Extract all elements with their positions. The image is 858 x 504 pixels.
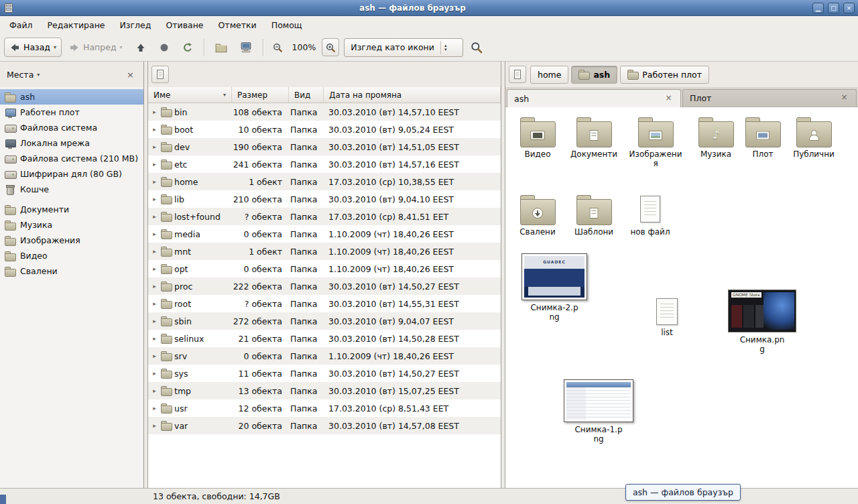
minimize-button[interactable]: ▁ xyxy=(812,3,824,13)
icon-view-item[interactable]: Снимка-1.png xyxy=(562,379,635,444)
view-mode-combobox[interactable]: Изглед като икони ▴ ▾ xyxy=(344,38,463,57)
table-row[interactable]: ▸ srv 0 обекта Папка 1.10.2009 (чт) 18,4… xyxy=(148,347,501,365)
tab-close-icon[interactable]: × xyxy=(839,93,849,103)
icon-view-canvas[interactable]: Видео Документи Изображения Музика Плот xyxy=(505,107,858,488)
icon-view-item[interactable]: GUADEC Снимка-2.png xyxy=(517,253,591,322)
icon-view-item[interactable]: GNOME Store Снимка.png xyxy=(725,290,799,355)
search-button[interactable] xyxy=(465,38,488,57)
sidebar-item[interactable]: Локална мрежа xyxy=(0,135,143,151)
tab[interactable]: Плот × xyxy=(682,89,857,107)
icon-view-item[interactable]: нов файл xyxy=(622,194,678,237)
expander-icon[interactable]: ▸ xyxy=(151,405,158,412)
expander-icon[interactable]: ▸ xyxy=(151,318,158,324)
reload-button[interactable] xyxy=(177,38,198,57)
table-row[interactable]: ▸ media 0 обекта Папка 1.10.2009 (чт) 18… xyxy=(148,225,501,243)
expander-icon[interactable]: ▸ xyxy=(151,370,158,377)
icon-view-item[interactable]: Шаблони xyxy=(566,194,622,237)
location-icon-button[interactable] xyxy=(509,66,526,83)
table-row[interactable]: ▸ lib 210 обекта Папка 30.03.2010 (вт) 9… xyxy=(148,190,501,208)
menu-item[interactable]: Отметки xyxy=(212,17,263,33)
icon-view-item[interactable]: Документи xyxy=(566,117,622,159)
tab[interactable]: ash × xyxy=(507,89,681,107)
sidebar-header[interactable]: Места ▾ × xyxy=(0,62,143,87)
expander-icon[interactable]: ▸ xyxy=(151,335,158,342)
path-button[interactable]: Работен плот xyxy=(620,66,709,84)
location-icon-button[interactable] xyxy=(151,66,169,83)
table-row[interactable]: ▸ mnt 1 обект Папка 1.10.2009 (чт) 18,40… xyxy=(148,243,501,260)
zoom-out-button[interactable] xyxy=(269,38,286,56)
expander-icon[interactable]: ▸ xyxy=(151,143,158,150)
home-folder-button[interactable] xyxy=(210,38,233,57)
column-header-date[interactable]: Дата на промяна xyxy=(324,87,501,103)
sidebar-item[interactable]: Кошче xyxy=(0,182,143,197)
path-button[interactable]: ash xyxy=(571,66,617,84)
back-dropdown-icon[interactable]: ▾ xyxy=(54,45,56,50)
expander-icon[interactable]: ▸ xyxy=(151,161,158,168)
taskbar-window-button[interactable]: ash — файлов браузър xyxy=(625,484,741,501)
column-header-size[interactable]: Размер xyxy=(232,87,289,103)
stop-button[interactable] xyxy=(154,38,175,57)
sidebar-item[interactable]: Шифриран дял (80 GB) xyxy=(0,166,143,182)
combobox-arrows-icon[interactable]: ▴ ▾ xyxy=(440,41,449,54)
table-row[interactable]: ▸ sbin 272 обекта Папка 30.03.2010 (вт) … xyxy=(148,312,501,330)
icon-view-item[interactable]: Плот xyxy=(735,117,791,159)
table-row[interactable]: ▸ var 20 обекта Папка 30.03.2010 (вт) 14… xyxy=(148,417,501,434)
computer-button[interactable] xyxy=(235,38,257,57)
icon-view-item[interactable]: Свалени xyxy=(509,194,566,237)
table-row[interactable]: ▸ etc 241 обекта Папка 30.03.2010 (вт) 1… xyxy=(148,155,501,173)
menu-item[interactable]: Отиване xyxy=(159,17,210,33)
expander-icon[interactable]: ▸ xyxy=(151,387,158,394)
expander-icon[interactable]: ▸ xyxy=(151,109,158,115)
close-button[interactable]: × xyxy=(843,3,855,13)
sidebar-item[interactable]: Файлова система xyxy=(0,120,143,135)
expander-icon[interactable]: ▸ xyxy=(151,248,158,255)
back-button[interactable]: Назад ▾ xyxy=(4,38,62,57)
table-row[interactable]: ▸ home 1 обект Папка 17.03.2010 (ср) 10,… xyxy=(148,173,501,190)
expander-icon[interactable]: ▸ xyxy=(151,231,158,237)
sidebar-item[interactable]: Документи xyxy=(0,202,143,217)
table-row[interactable]: ▸ proc 222 обекта Папка 30.03.2010 (вт) … xyxy=(148,277,501,295)
column-header-name[interactable]: Име ▾ xyxy=(148,87,232,103)
tab-close-icon[interactable]: × xyxy=(664,94,674,104)
forward-button[interactable]: Напред ▾ xyxy=(64,38,128,57)
expander-icon[interactable]: ▸ xyxy=(151,265,158,272)
table-row[interactable]: ▸ lost+found ? обекта Папка 17.03.2010 (… xyxy=(148,208,501,225)
sidebar-item[interactable]: Изображения xyxy=(0,233,143,248)
table-row[interactable]: ▸ usr 12 обекта Папка 17.03.2010 (ср) 8,… xyxy=(148,399,501,417)
expander-icon[interactable]: ▸ xyxy=(151,283,158,290)
sidebar-item[interactable]: ash xyxy=(0,89,143,105)
table-row[interactable]: ▸ boot 10 обекта Папка 30.03.2010 (вт) 9… xyxy=(148,121,501,138)
table-row[interactable]: ▸ root ? обекта Папка 30.03.2010 (вт) 14… xyxy=(148,295,501,312)
table-row[interactable]: ▸ bin 108 обекта Папка 30.03.2010 (вт) 1… xyxy=(148,103,501,121)
column-header-type[interactable]: Вид xyxy=(289,87,324,103)
table-row[interactable]: ▸ selinux 21 обекта Папка 30.03.2010 (вт… xyxy=(148,330,501,347)
expander-icon[interactable]: ▸ xyxy=(151,196,158,202)
menu-item[interactable]: Помощ xyxy=(265,17,309,33)
path-button[interactable]: home xyxy=(530,66,568,84)
table-row[interactable]: ▸ tmp 13 обекта Папка 30.03.2010 (вт) 15… xyxy=(148,382,501,399)
sidebar-item[interactable]: Работен плот xyxy=(0,105,143,120)
expander-icon[interactable]: ▸ xyxy=(151,300,158,307)
zoom-in-button[interactable] xyxy=(322,38,339,56)
titlebar[interactable]: ash — файлов браузър ▁ □ × xyxy=(0,0,858,16)
icon-view-item[interactable]: Публични xyxy=(786,117,842,159)
table-row[interactable]: ▸ sys 11 обекта Папка 30.03.2010 (вт) 14… xyxy=(148,365,501,382)
icon-view-item[interactable]: list xyxy=(644,298,690,337)
menu-item[interactable]: Файл xyxy=(3,17,40,33)
sidebar-mode-dropdown-icon[interactable]: ▾ xyxy=(37,72,40,78)
expander-icon[interactable]: ▸ xyxy=(151,422,158,429)
menu-item[interactable]: Редактиране xyxy=(41,17,112,33)
up-button[interactable] xyxy=(130,38,151,57)
sidebar-item[interactable]: Музика xyxy=(0,217,143,233)
sidebar-close-icon[interactable]: × xyxy=(124,70,137,80)
expander-icon[interactable]: ▸ xyxy=(151,353,158,359)
table-row[interactable]: ▸ dev 190 обекта Папка 30.03.2010 (вт) 1… xyxy=(148,138,501,155)
sidebar-item[interactable]: Файлова система (210 MB) xyxy=(0,151,143,166)
icon-view-item[interactable]: Изображения xyxy=(627,117,684,169)
expander-icon[interactable]: ▸ xyxy=(151,178,158,185)
icon-view-item[interactable]: Видео xyxy=(509,117,566,159)
menu-item[interactable]: Изглед xyxy=(113,17,158,33)
sidebar-item[interactable]: Видео xyxy=(0,248,143,263)
table-row[interactable]: ▸ opt 0 обекта Папка 1.10.2009 (чт) 18,4… xyxy=(148,260,501,277)
maximize-button[interactable]: □ xyxy=(828,3,839,13)
